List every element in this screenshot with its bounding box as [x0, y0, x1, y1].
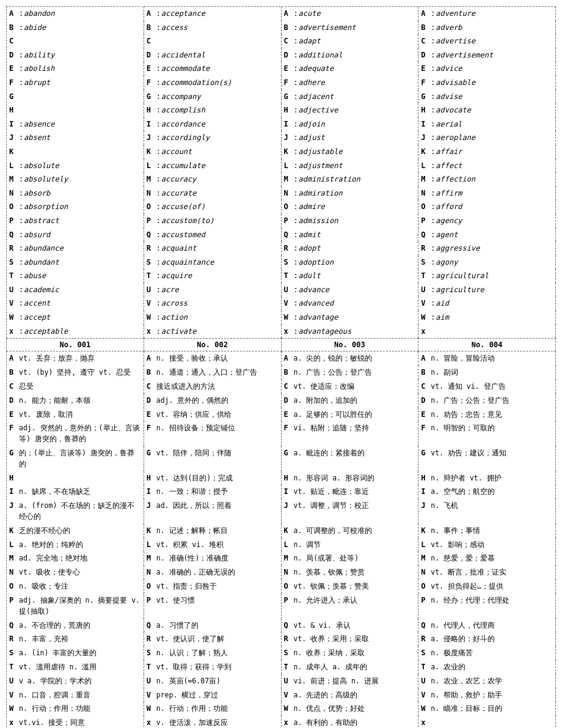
word-letter: E: [284, 63, 294, 75]
def-cell: An. 冒险，冒险活动: [418, 351, 556, 366]
def-letter: E: [9, 409, 19, 421]
word-cell: E:abolish: [7, 62, 144, 76]
def-cell: Wn. 瞄准；目标；目的: [418, 702, 556, 716]
word-row: T:acquire: [147, 270, 279, 282]
def-row: Jvt. 调整，调节；校正: [284, 500, 416, 512]
def-cell: Bn. 广告；公告；登广告: [282, 366, 419, 380]
word-row: D:accidental: [147, 50, 279, 61]
word-letter: x: [147, 326, 156, 337]
word-cell: C: [144, 34, 282, 48]
word-letter: N: [9, 188, 19, 199]
word-colon: :: [294, 35, 299, 47]
word-text: agony: [436, 257, 458, 268]
word-cell: A:acute: [282, 7, 419, 21]
def-letter: S: [284, 647, 294, 659]
def-row: xa. 有利的，有助的: [284, 717, 416, 728]
def-text: a. (from) 不在场的；缺乏的漫不经心的: [19, 501, 141, 523]
def-cell: Aa. 尖的，锐的；敏锐的: [282, 351, 419, 366]
def-cell: Fadj. 突然的，意外的；(举止、言谈等) 唐突的，鲁莽的: [7, 421, 144, 446]
word-row: T:abuse: [9, 270, 141, 282]
word-colon: :: [19, 284, 24, 296]
def-letter: D: [421, 395, 431, 406]
def-row: Evt. 废除，取消: [9, 409, 141, 421]
def-letter: O: [147, 581, 156, 592]
def-text: vt. 断言，批准；证实: [431, 567, 553, 578]
def-row: Bn. 广告；公告；登广告: [284, 367, 416, 378]
word-letter: H: [9, 105, 19, 116]
word-text: accomplish: [161, 105, 205, 116]
def-text: vt. 吸收；使专心: [19, 567, 141, 578]
word-letter: L: [147, 160, 156, 172]
word-cell: R:acquaint: [144, 241, 282, 256]
word-text: agency: [436, 215, 462, 227]
word-cell: P:agency: [418, 214, 556, 228]
word-letter: H: [147, 105, 156, 116]
word-cell: I:accordance: [144, 117, 282, 131]
word-letter: H: [284, 105, 294, 116]
word-letter: K: [147, 146, 156, 158]
def-cell: Un. 英亩(=6.07亩): [144, 674, 282, 688]
word-row: M:affection: [421, 174, 553, 185]
word-cell: U:advance: [282, 283, 419, 297]
word-cell: I:aerial: [418, 117, 556, 131]
def-cell: Wn. 行动；作用；功能: [7, 702, 144, 716]
word-row: K: [9, 146, 141, 158]
word-row: A:adventure: [421, 8, 553, 20]
def-row: H: [9, 472, 141, 484]
word-text: accuse(of): [161, 201, 205, 213]
def-cell: Rvt. 使认识，使了解: [144, 632, 282, 646]
def-row: Pn. 经办；代理；代理处: [421, 595, 553, 606]
def-cell: La. 绝对的；纯粹的: [7, 538, 144, 552]
word-letter: W: [147, 312, 156, 323]
def-cell: Sa. (in) 丰富的大量的: [7, 646, 144, 660]
def-row: Wn. 行动；作用；功能: [147, 703, 279, 715]
def-letter: R: [284, 633, 294, 645]
word-letter: V: [147, 298, 156, 309]
def-row: Pvt. 使习惯: [147, 595, 279, 606]
word-row: H:advocate: [421, 105, 553, 116]
word-colon: :: [19, 174, 24, 185]
word-text: adjustable: [299, 146, 343, 158]
def-letter: M: [9, 553, 19, 564]
word-colon: :: [431, 91, 436, 103]
def-row: Dn. 广告；公告；登广告: [421, 395, 553, 406]
def-text: n. 缺席，不在场缺乏: [19, 487, 141, 498]
word-letter: W: [284, 312, 294, 323]
def-letter: S: [147, 647, 156, 659]
word-row: O:afford: [421, 201, 553, 213]
def-row: Cvt. 通知 vi. 登广告: [421, 381, 553, 392]
word-text: advisable: [436, 77, 475, 89]
word-cell: C:adapt: [282, 34, 419, 48]
word-colon: :: [19, 132, 24, 144]
def-row: Ea. 足够的；可以胜任的: [284, 409, 416, 421]
word-cell: Q:admit: [282, 228, 419, 242]
word-text: absent: [24, 132, 50, 144]
word-colon: :: [294, 201, 299, 213]
word-letter: E: [147, 63, 156, 75]
def-text: vt. 容纳；供应，供给: [156, 410, 279, 421]
word-colon: :: [294, 312, 299, 323]
word-colon: :: [19, 270, 24, 282]
def-letter: N: [9, 567, 19, 578]
word-colon: :: [156, 326, 161, 337]
word-text: accumulate: [161, 160, 205, 172]
word-cell: O:accuse(of): [144, 200, 282, 214]
word-cell: W: aim: [418, 311, 556, 325]
word-row: O:accuse(of): [147, 201, 279, 213]
def-text: n. 冒险，冒险活动: [431, 353, 553, 364]
def-text: n. 明智的；可取的: [431, 423, 553, 434]
def-letter: R: [147, 633, 156, 645]
def-row: Tvt. 取得；获得；学到: [147, 661, 279, 673]
def-cell: Rn. 丰富，充裕: [7, 632, 144, 646]
def-cell: Qn. 代理人，代理商: [418, 619, 556, 633]
def-row: Wn. 优点，优势；好处: [284, 703, 416, 715]
word-text: advance: [299, 284, 330, 296]
def-cell: Nvt. 断言，批准；证实: [418, 565, 556, 579]
def-cell: Pn. 经办；代理；代理处: [418, 594, 556, 619]
word-cell: V:advanced: [282, 296, 419, 311]
word-row: V:advanced: [284, 298, 416, 309]
def-text: n. 慈爱，爱；爱慕: [431, 553, 553, 564]
label-row: No. 001No. 002No. 003No. 004: [6, 338, 556, 351]
def-cell: Qvt. & vi. 承认: [282, 619, 419, 633]
def-letter: H: [284, 472, 294, 484]
